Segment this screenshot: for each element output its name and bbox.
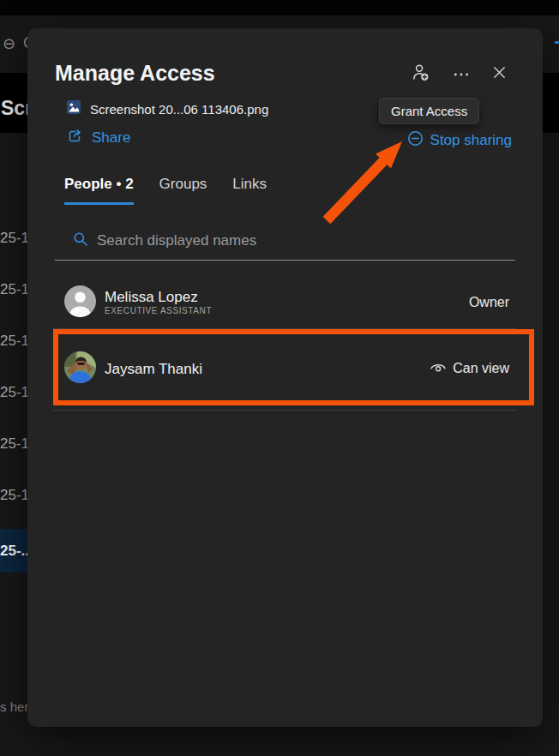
grant-access-tooltip: Grant Access [379,98,479,124]
search-icon [73,231,88,250]
avatar-photo [64,351,96,387]
background-title-bar [0,0,559,15]
search-underline [55,260,515,261]
share-link[interactable]: Share [66,128,130,148]
person-name: Jaysam Thanki [105,361,202,377]
eye-icon [430,361,447,377]
tab-people[interactable]: People • 2 [64,176,134,205]
permission-owner[interactable]: Owner [469,295,509,310]
more-options-button[interactable] [453,68,470,81]
share-label: Share [92,129,130,147]
tab-groups[interactable]: Groups [159,176,207,205]
file-list-row: 25-11 [0,333,29,350]
file-list-row: 25-11 [0,487,29,504]
background-accent-fragment [555,41,559,44]
image-file-icon [66,99,81,118]
stop-sharing-link[interactable]: Stop sharing [407,130,512,150]
person-add-icon [411,63,430,85]
file-list-row: 25-11 [0,281,29,298]
avatar-silhouette [64,285,96,321]
dialog-title: Manage Access [55,61,215,86]
circle-minus-icon [407,130,424,150]
stop-share-toolbar-icon: ⊖ [3,34,15,53]
manage-access-dialog: Manage Access [27,28,543,727]
ellipsis-icon [453,68,470,81]
person-name: Melissa Lopez [105,289,212,305]
tab-bar: People • 2 Groups Links [64,176,267,205]
tab-links[interactable]: Links [232,176,267,205]
permission-can-view[interactable]: Can view [430,361,509,377]
row-divider [53,410,517,411]
close-button[interactable] [492,65,507,82]
search-field[interactable] [73,231,442,250]
file-name: Screenshot 20...06 113406.png [90,102,268,117]
row-divider [53,328,517,329]
permission-label: Can view [453,361,509,376]
person-subtitle: EXECUTIVE ASSISTANT [105,305,212,316]
file-list-row: 25-11 [0,435,29,453]
dialog-header-actions [411,63,507,85]
screen: ⊖ C Scre 25-11 25-11 25-11 25-11 25-11 2… [0,0,559,756]
person-row-jaysam[interactable]: Jaysam Thanki Can view [64,349,509,388]
close-icon [492,65,507,82]
stop-sharing-label: Stop sharing [430,132,512,149]
share-icon [66,128,83,148]
file-list-row: 25-11 [0,230,29,247]
annotation-arrow [317,134,412,230]
file-list-row-selected: 25-... [0,529,29,573]
person-row-melissa[interactable]: Melissa Lopez EXECUTIVE ASSISTANT Owner [64,283,509,322]
file-list-row: 25-11 [0,384,29,401]
grant-access-button[interactable] [411,63,430,85]
file-info-row: Screenshot 20...06 113406.png [66,99,268,118]
search-input[interactable] [97,232,442,249]
